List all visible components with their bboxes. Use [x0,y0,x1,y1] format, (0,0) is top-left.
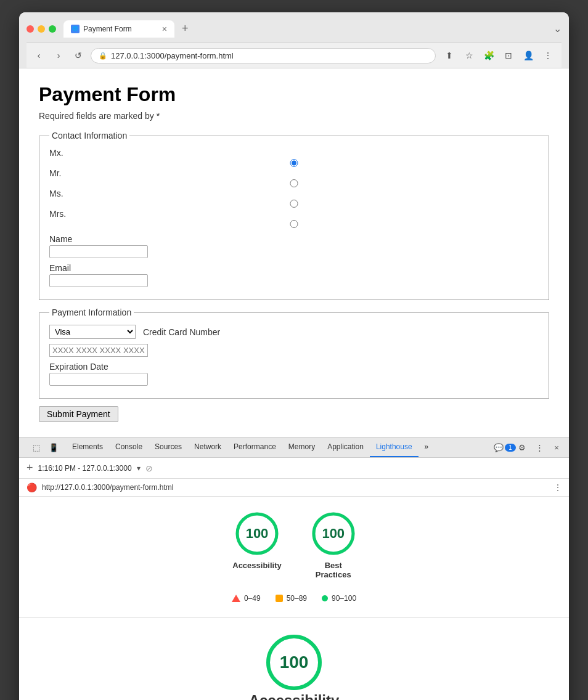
lh-legend: 0–49 50–89 90–100 [232,594,356,603]
card-number-input[interactable] [49,344,148,357]
contact-legend: Contact Information [49,131,129,140]
tab-performance[interactable]: Performance [227,437,282,457]
tab-network[interactable]: Network [188,437,227,457]
devtools-more-icon[interactable]: ⋮ [532,440,547,455]
payment-row: Visa Mastercard Amex Credit Card Number [49,325,539,339]
settings-icon[interactable]: ⚙ [515,440,529,455]
tab-active[interactable]: 🌐 Payment Form × [63,20,174,38]
share-button[interactable]: ⬆ [441,47,458,64]
tab-memory[interactable]: Memory [282,437,321,457]
legend-fail-range: 0–49 [244,594,261,603]
email-input[interactable] [49,274,148,287]
browser-actions: ⬆ ☆ 🧩 ⊡ 👤 ⋮ [441,47,557,64]
tab-title: Payment Form [83,25,132,33]
profile-button[interactable]: 👤 [520,47,537,64]
back-button[interactable]: ‹ [31,48,46,63]
new-tab-button[interactable]: + [177,20,194,38]
inspector-icon[interactable]: ⬚ [29,440,44,455]
big-accessibility-score-value: 100 [264,633,324,692]
bookmark-button[interactable]: ☆ [460,47,478,64]
name-group: Name [49,234,539,258]
page-content: Payment Form Required fields are marked … [19,68,569,437]
lh-scores-area: 100 Accessibility 100 BestPractices [19,497,569,617]
radio-mx[interactable] [49,159,539,167]
email-label: Email [49,263,539,273]
name-input[interactable] [49,245,148,258]
titlebar-top: 🌐 Payment Form × + ⌄ [27,20,561,38]
traffic-light-red[interactable] [27,25,34,33]
device-toggle-icon[interactable]: 📱 [46,440,61,455]
dropdown-icon[interactable]: ▾ [137,464,141,473]
devtools-tab-list: Elements Console Sources Network Perform… [66,437,435,457]
devtools-right-icons: 💬 1 ⚙ ⋮ × [497,440,564,455]
best-practices-score-value: 100 [311,511,356,556]
chat-icon[interactable]: 💬 1 [497,440,512,455]
browser-titlebar: 🌐 Payment Form × + ⌄ ‹ › ↺ 🔒 127.0.0.1:3… [19,12,569,68]
devtools-close-icon[interactable]: × [549,440,564,455]
card-type-select[interactable]: Visa Mastercard Amex [49,325,136,339]
radio-ms[interactable] [49,200,539,208]
tab-lighthouse[interactable]: Lighthouse [370,437,419,457]
tab-console[interactable]: Console [109,437,149,457]
tab-bar: 🌐 Payment Form × + ⌄ [63,20,561,38]
tab-close-icon[interactable]: × [162,24,167,34]
split-view-button[interactable]: ⊡ [500,47,517,64]
best-practices-score-circle: 100 [311,511,356,556]
forward-button[interactable]: › [51,48,66,63]
reload-button[interactable]: ↺ [71,48,86,63]
extensions-button[interactable]: 🧩 [480,47,497,64]
traffic-lights [27,25,56,33]
address-bar-row: ‹ › ↺ 🔒 127.0.0.1:3000/payment-form.html… [27,43,561,68]
lh-url-bar: 🔴 http://127.0.0.1:3000/payment-form.htm… [19,479,569,497]
email-group: Email [49,263,539,287]
legend-pass-icon [322,595,328,601]
payment-legend: Payment Information [49,307,134,317]
expiry-group: Expiration Date [49,362,539,386]
radio-mr[interactable] [49,179,539,187]
lock-icon: 🔒 [99,52,107,60]
required-note: Required fields are marked by * [39,111,549,121]
lh-warning-icon: 🔴 [27,482,37,492]
browser-window: 🌐 Payment Form × + ⌄ ‹ › ↺ 🔒 127.0.0.1:3… [19,12,569,700]
browser-more-button[interactable]: ⋮ [539,47,557,64]
tab-menu-button[interactable]: ⌄ [553,23,561,35]
name-label: Name [49,234,539,244]
radio-item-mr: Mr. [49,168,539,189]
lh-more-button[interactable]: ⋮ [554,483,561,492]
session-time: 1:16:10 PM - 127.0.0.1:3000 [38,464,132,473]
legend-average-range: 50–89 [287,594,307,603]
salutation-mx-label: Mx. [49,148,539,158]
devtools-add-button[interactable]: + [27,462,33,474]
radio-item-ms: Ms. [49,189,539,209]
legend-fail-icon [232,595,240,602]
expiry-label: Expiration Date [49,362,539,372]
clear-icon[interactable]: ⊘ [145,463,153,473]
devtools-tabs: ⬚ 📱 Elements Console Sources Network Per… [19,437,569,458]
legend-fail: 0–49 [232,594,261,603]
salutation-radio-group: Mx. Mr. Ms. Mrs. [49,148,539,229]
tab-more[interactable]: » [419,437,435,457]
big-accessibility-circle: 100 [264,633,324,692]
accessibility-score-label: Accessibility [232,561,282,570]
radio-item-mrs: Mrs. [49,209,539,229]
lh-detail-section: 100 Accessibility These checks highlight… [19,617,569,700]
best-practices-score-label: BestPractices [316,561,351,579]
card-number-label: Credit Card Number [143,327,220,337]
submit-button[interactable]: Submit Payment [39,406,118,422]
traffic-light-green[interactable] [49,25,56,33]
lh-score-circles: 100 Accessibility 100 BestPractices [232,511,356,579]
tab-sources[interactable]: Sources [149,437,188,457]
payment-fieldset: Payment Information Visa Mastercard Amex… [39,307,549,399]
devtools-session-bar: + 1:16:10 PM - 127.0.0.1:3000 ▾ ⊘ [19,458,569,479]
tab-elements[interactable]: Elements [66,437,109,457]
expiry-input[interactable] [49,373,148,386]
url-text: 127.0.0.1:3000/payment-form.html [111,51,234,60]
legend-average-icon [276,595,283,602]
traffic-light-yellow[interactable] [38,25,45,33]
tab-application[interactable]: Application [321,437,370,457]
address-bar[interactable]: 🔒 127.0.0.1:3000/payment-form.html [91,48,436,63]
legend-average: 50–89 [276,594,307,603]
radio-mrs[interactable] [49,220,539,228]
big-accessibility-title: Accessibility [249,692,340,700]
salutation-mr-label: Mr. [49,168,539,178]
